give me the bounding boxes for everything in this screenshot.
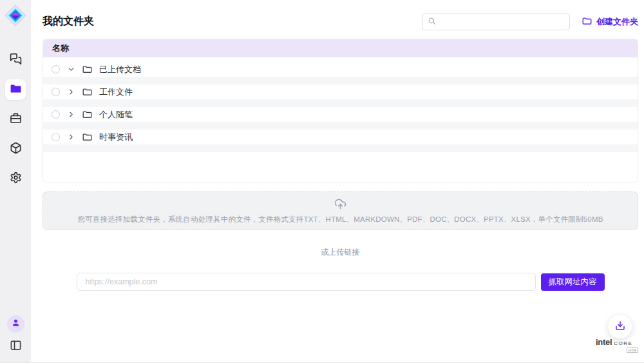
create-folder-button[interactable]: 创建文件夹 [582,16,638,28]
briefcase-icon [10,112,22,126]
or-upload-link-label: 或上传链接 [43,247,638,258]
user-avatar[interactable] [7,315,24,333]
person-icon [11,318,21,330]
upload-hint: 您可直接选择加载文件夹，系统自动处理其中的文件，文件格式支持TXT、HTML、M… [77,215,603,224]
row-checkbox[interactable] [52,65,60,74]
folder-row[interactable]: 时事资讯 [43,130,638,144]
chevron-right-icon[interactable] [67,133,75,141]
table-header-row: 名称 [43,39,638,57]
chevron-down-icon[interactable] [67,65,75,74]
folder-table: 名称 已上传文档 工 [43,39,638,182]
folder-name[interactable]: 个人随笔 [99,109,133,121]
folder-row[interactable]: 工作文件 [43,84,638,99]
sidebar-item-folders[interactable] [5,79,26,100]
folder-name[interactable]: 已上传文档 [99,64,141,75]
folder-icon [82,110,92,119]
topbar: 我的文件夹 创建文件夹 [43,13,638,30]
url-input[interactable] [77,273,536,291]
search-icon [428,16,436,28]
folder-icon [82,132,92,142]
chevron-right-icon[interactable] [67,88,75,96]
folder-icon [82,64,92,74]
upload-dropzone[interactable]: 您可直接选择加载文件夹，系统自动处理其中的文件，文件格式支持TXT、HTML、M… [43,191,638,230]
download-fab-button[interactable] [608,315,632,338]
row-checkbox[interactable] [52,88,60,96]
folder-name[interactable]: 时事资讯 [99,132,133,143]
download-icon [614,320,626,333]
core-wordmark: core [614,338,632,347]
folder-row[interactable]: 已上传文档 [43,62,638,77]
row-checkbox[interactable] [52,133,60,141]
search-box[interactable] [422,14,570,30]
folder-row[interactable]: 个人随笔 [43,107,638,122]
fetch-url-button[interactable]: 抓取网址内容 [541,273,605,291]
chat-icon [10,53,22,67]
sidebar-item-models[interactable] [5,139,26,159]
row-checkbox[interactable] [52,110,60,119]
intel-ultra-badge: ultra [627,348,638,353]
sidebar-item-chat[interactable] [5,50,26,70]
sidebar-nav [5,50,26,189]
main-content: 我的文件夹 创建文件夹 名称 [31,0,644,362]
folder-icon [10,83,22,97]
gear-icon [10,172,22,186]
app-logo-icon[interactable] [5,5,26,26]
panel-left-icon [10,344,22,353]
column-header-name: 名称 [52,43,69,54]
sidebar [0,0,31,362]
intel-wordmark: intel [596,337,612,347]
chevron-right-icon[interactable] [67,110,75,119]
sidebar-item-workspace[interactable] [5,109,26,130]
create-folder-label: 创建文件夹 [596,16,638,28]
intel-core-logo: intel core ultra [596,337,638,353]
cloud-upload-icon [334,198,346,213]
folder-icon [82,87,92,97]
collapse-sidebar-button[interactable] [10,339,22,353]
page-title: 我的文件夹 [43,15,94,28]
sidebar-item-settings[interactable] [5,168,26,189]
folder-name[interactable]: 工作文件 [99,86,133,98]
folder-plus-icon [582,16,592,28]
search-input[interactable] [440,17,564,26]
cube-icon [10,142,22,156]
url-upload-row: 抓取网址内容 [43,273,638,291]
